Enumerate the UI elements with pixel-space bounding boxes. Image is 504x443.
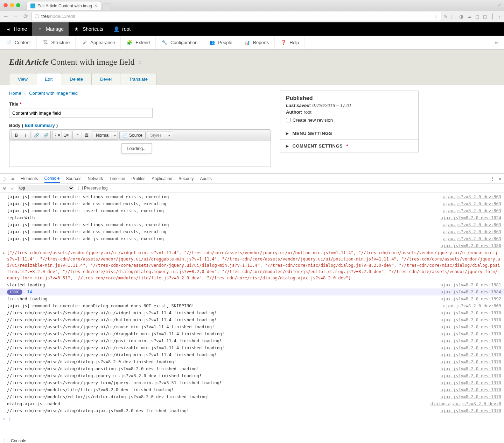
people-icon: 👥 bbox=[209, 40, 215, 45]
dt-tab-audits[interactable]: Audits bbox=[200, 176, 212, 181]
star-icon: ★ bbox=[74, 26, 80, 32]
preserve-log-checkbox[interactable]: Preserve log bbox=[78, 186, 107, 191]
user-icon: 👤 bbox=[113, 26, 119, 32]
devtools-close-icon[interactable]: ✕ bbox=[499, 176, 501, 181]
context-select[interactable]: top bbox=[18, 185, 74, 191]
admin-help[interactable]: ❓Help bbox=[275, 36, 305, 49]
toolbar-home[interactable]: ◂ Home bbox=[0, 22, 32, 36]
tab-translate[interactable]: Translate bbox=[120, 73, 156, 85]
back-button[interactable]: ← bbox=[2, 13, 10, 20]
maximize-icon[interactable]: ⤢ bbox=[497, 2, 501, 8]
ext-icon[interactable]: ◻ bbox=[483, 14, 487, 19]
styles-select[interactable]: Styles bbox=[147, 131, 172, 140]
dt-tab-security[interactable]: Security bbox=[178, 176, 194, 181]
admin-extend[interactable]: 🧩Extend bbox=[121, 36, 155, 49]
minimize-window-icon[interactable] bbox=[10, 3, 14, 7]
tab-close-icon[interactable]: ✕ bbox=[94, 3, 97, 8]
ol-button[interactable]: 1≡ bbox=[62, 131, 71, 140]
structure-icon: 🏗 bbox=[42, 40, 49, 45]
sidebar-menu-settings[interactable]: ▶ MENU SETTINGS bbox=[280, 127, 418, 140]
ext-icon[interactable]: ☁ bbox=[467, 14, 472, 19]
editor-body[interactable]: Loading... bbox=[9, 141, 271, 166]
admin-configuration[interactable]: 🔧Configuration bbox=[156, 36, 203, 49]
zoom-window-icon[interactable] bbox=[16, 3, 20, 7]
breadcrumb: Home » Content with image field bbox=[9, 91, 271, 96]
link-button[interactable]: 🔗 bbox=[32, 131, 41, 140]
toolbar-orientation-toggle[interactable]: ⇤ bbox=[489, 36, 504, 49]
address-bar[interactable]: ⓘ tres/node/13/edit ☆ bbox=[31, 12, 441, 21]
dt-tab-application[interactable]: Application bbox=[152, 176, 173, 181]
published-status: Published bbox=[286, 95, 413, 101]
caret-right-icon: ▶ bbox=[286, 144, 289, 148]
admin-people[interactable]: 👥People bbox=[203, 36, 238, 49]
title-input[interactable] bbox=[9, 108, 153, 118]
toolbar-shortcuts[interactable]: ★ Shortcuts bbox=[69, 22, 108, 36]
admin-reports[interactable]: 📊Reports bbox=[238, 36, 275, 49]
edit-summary-link[interactable]: Edit summary bbox=[25, 123, 55, 128]
console-prompt[interactable]: › bbox=[0, 415, 504, 423]
admin-content[interactable]: 📄Content bbox=[0, 36, 37, 49]
tab-title: Edit Article Content with imag bbox=[37, 3, 92, 8]
admin-appearance[interactable]: 🖌Appearance bbox=[76, 36, 121, 49]
dt-tab-profiles[interactable]: Profiles bbox=[131, 176, 145, 181]
dt-tab-console[interactable]: Console bbox=[44, 176, 60, 183]
url-host: tres bbox=[41, 14, 49, 19]
devtools-inspect-icon[interactable]: ◰ bbox=[3, 176, 5, 181]
drawer-console-tab[interactable]: Console bbox=[7, 437, 30, 443]
breadcrumb-current[interactable]: Content with image field bbox=[29, 91, 78, 96]
ext-icon[interactable]: ✎ bbox=[443, 14, 448, 19]
back-arrow-icon: ◂ bbox=[5, 26, 11, 32]
appearance-icon: 🖌 bbox=[81, 40, 88, 45]
blockquote-button[interactable]: ❝ bbox=[73, 131, 82, 140]
bookmark-star-icon[interactable]: ☆ bbox=[434, 14, 438, 19]
reports-icon: 📊 bbox=[244, 40, 250, 45]
unlink-button[interactable]: 🔗̸ bbox=[41, 131, 50, 140]
image-button[interactable]: 🖼 bbox=[82, 131, 91, 140]
toolbar-user[interactable]: 👤 root bbox=[108, 22, 135, 36]
devtools-menu-icon[interactable]: ⋮ bbox=[490, 176, 495, 181]
devtools-tabs: ◰ ▭ Elements Console Sources Network Tim… bbox=[0, 174, 504, 184]
breadcrumb-home[interactable]: Home bbox=[9, 91, 21, 96]
bold-button[interactable]: B bbox=[12, 131, 21, 140]
drawer-menu-icon[interactable]: ⋮ bbox=[3, 439, 7, 443]
reload-button[interactable]: ⟳ bbox=[22, 13, 29, 20]
extension-icons: ✎ ⬚ ◑ ☁ ◻ ◻ ┃ ⋮ bbox=[443, 14, 502, 19]
format-select[interactable]: Normal bbox=[93, 131, 118, 140]
ext-icon[interactable]: ◻ bbox=[475, 14, 479, 19]
admin-structure[interactable]: 🏗Structure bbox=[37, 36, 76, 49]
dt-tab-elements[interactable]: Elements bbox=[20, 176, 38, 181]
devtools-device-icon[interactable]: ▭ bbox=[12, 176, 14, 181]
dt-tab-timeline[interactable]: Timeline bbox=[110, 176, 125, 181]
dt-tab-network[interactable]: Network bbox=[88, 176, 103, 181]
dt-tab-sources[interactable]: Sources bbox=[66, 176, 82, 181]
close-window-icon[interactable] bbox=[4, 3, 8, 7]
profile-icon[interactable]: ┃ bbox=[491, 14, 493, 19]
tab-edit[interactable]: Edit bbox=[36, 73, 61, 85]
create-revision-checkbox[interactable]: Create new revision bbox=[286, 117, 413, 123]
menu-icon[interactable]: ⋮ bbox=[497, 14, 502, 19]
tab-devel[interactable]: Devel bbox=[91, 73, 120, 85]
info-icon[interactable]: ⓘ bbox=[35, 13, 39, 20]
tab-delete[interactable]: Delete bbox=[61, 73, 92, 85]
new-tab-button[interactable] bbox=[103, 3, 111, 10]
source-button[interactable]: 📄 Source bbox=[119, 131, 146, 140]
console-output[interactable]: [ajax.js] command to execute: settings c… bbox=[0, 193, 504, 415]
filter-icon[interactable]: ▽ bbox=[10, 186, 14, 191]
admin-menu: 📄Content 🏗Structure 🖌Appearance 🧩Extend … bbox=[0, 36, 504, 50]
tab-view[interactable]: View bbox=[9, 73, 36, 85]
editor-toolbar: B I 🔗 🔗̸ ⋮≡ 1≡ ❝ 🖼 Normal 📄 Source Style… bbox=[9, 129, 271, 141]
body-label: Body (Edit summary) bbox=[9, 123, 271, 128]
browser-tab[interactable]: Edit Article Content with imag ✕ bbox=[27, 1, 101, 10]
clear-console-icon[interactable]: ⊘ bbox=[3, 186, 6, 191]
shortcut-star-icon[interactable]: ☆ bbox=[137, 58, 143, 66]
loading-indicator: Loading... bbox=[121, 143, 152, 153]
ext-icon[interactable]: ⬚ bbox=[451, 14, 456, 19]
ul-button[interactable]: ⋮≡ bbox=[52, 131, 62, 140]
ext-icon[interactable]: ◑ bbox=[459, 14, 463, 19]
devtools-panel: ◰ ▭ Elements Console Sources Network Tim… bbox=[0, 173, 504, 443]
title-label: Title* bbox=[9, 101, 271, 107]
sidebar-comment-settings[interactable]: ▶ COMMENT SETTINGS * bbox=[280, 140, 418, 152]
italic-button[interactable]: I bbox=[21, 131, 30, 140]
source-icon: 📄 bbox=[122, 133, 128, 138]
toolbar-manage[interactable]: ≡ Manage bbox=[32, 22, 69, 36]
